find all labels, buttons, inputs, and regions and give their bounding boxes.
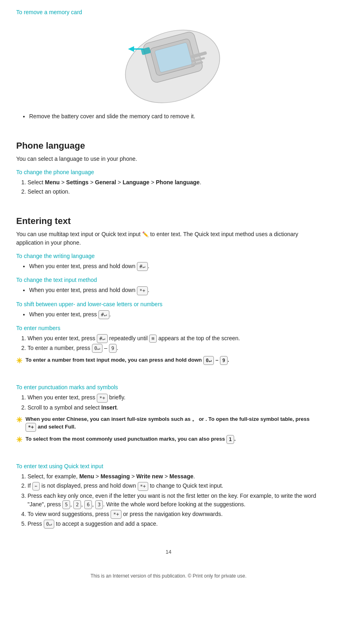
- quick-step-2: If ✏ is not displayed, press and hold do…: [28, 482, 321, 490]
- hash-key-shift: #↵: [98, 310, 109, 319]
- quick-steps: Select, for example, Menu > Messaging > …: [28, 472, 321, 529]
- remove-bullet-list: Remove the battery cover and slide the m…: [29, 112, 321, 121]
- text-input-bullets: When you enter text, press and hold down…: [29, 286, 321, 295]
- entering-text-title: Entering text: [16, 214, 321, 228]
- num0-key-accept: 0↵: [44, 520, 54, 529]
- tip-chinese-box: ✳ When you enter Chinese, you can insert…: [16, 415, 321, 432]
- quick-step-5: Press 0↵ to accept a suggestion and add …: [28, 520, 321, 529]
- enter-numbers-link: To enter numbers: [16, 324, 321, 333]
- quick-step-3: Press each key only once, even if the le…: [28, 492, 321, 509]
- entering-text-intro: You can use multitap text input or Quick…: [16, 230, 321, 247]
- page-footer: This is an Internet version of this publ…: [16, 572, 321, 580]
- entering-text-intro-1: You can use multitap text input or Quick…: [16, 231, 141, 237]
- tip-icon-numbers: ✳: [16, 356, 22, 367]
- phone-language-step-1: Select Menu > Settings > General > Langu…: [28, 178, 321, 187]
- punct-step-2: Scroll to a symbol and select Insert.: [28, 403, 321, 412]
- star-key-punct: *+: [97, 394, 107, 403]
- phone-language-title: Phone language: [16, 139, 321, 152]
- tip-icon-punct: ✳: [16, 435, 22, 446]
- shift-bullets: When you enter text, press #↵.: [29, 310, 321, 319]
- change-phone-language-link: To change the phone language: [16, 168, 321, 177]
- tip-punct-text: To select from the most commonly used pu…: [26, 435, 236, 444]
- star-key-input: *+: [137, 286, 147, 295]
- hash-key-numbers: #↵: [97, 334, 107, 343]
- screen-indicator: ⊞: [149, 335, 157, 343]
- remove-bullet-item: Remove the battery cover and slide the m…: [29, 112, 321, 121]
- memory-card-image: [16, 24, 321, 105]
- star-key-quick: *+: [138, 482, 148, 491]
- tip-numbers-box: ✳ To enter a number from text input mode…: [16, 356, 321, 367]
- edit-key-quick: ✏: [32, 482, 40, 490]
- phone-language-intro: You can select a language to use in your…: [16, 155, 321, 163]
- tip-num9-key: 9: [220, 356, 228, 365]
- num1-key-punct: 1: [226, 435, 234, 444]
- tip-icon-chinese: ✳: [16, 415, 22, 426]
- text-input-bullet: When you enter text, press and hold down…: [29, 286, 321, 295]
- edit-icon-inline: ✏️: [142, 231, 149, 237]
- num6-key-jane: 6: [84, 500, 92, 509]
- shift-bullet: When you enter text, press #↵.: [29, 310, 321, 319]
- writing-language-bullets: When you enter text, press and hold down…: [29, 262, 321, 271]
- star-key-suggest: *+: [111, 510, 121, 519]
- phone-language-step-2: Select an option.: [28, 188, 321, 196]
- svg-marker-5: [128, 46, 134, 52]
- numbers-steps: When you enter text, press #↵ repeatedly…: [28, 334, 321, 353]
- hash-key-writing: #↵: [137, 262, 147, 271]
- enter-quick-link: To enter text using Quick text input: [16, 462, 321, 471]
- change-writing-language-link: To change the writing language: [16, 252, 321, 260]
- quick-step-4: To view word suggestions, press *+ or pr…: [28, 510, 321, 519]
- quick-step-1: Select, for example, Menu > Messaging > …: [28, 472, 321, 481]
- tip-chinese-text: When you enter Chinese, you can insert f…: [26, 415, 321, 432]
- change-text-input-link: To change the text input method: [16, 276, 321, 284]
- numbers-step-2: To enter a number, press 0↵ – 9.: [28, 344, 321, 353]
- tip-punct-box: ✳ To select from the most commonly used …: [16, 435, 321, 446]
- num3-key-jane: 3: [95, 500, 103, 509]
- numbers-step-1: When you enter text, press #↵ repeatedly…: [28, 334, 321, 343]
- shift-link: To shift between upper- and lower-case l…: [16, 300, 321, 309]
- punct-steps: When you enter text, press *+ briefly. S…: [28, 393, 321, 412]
- top-header: To remove a memory card: [16, 8, 321, 17]
- tip-numbers-text: To enter a number from text input mode, …: [26, 356, 229, 365]
- phone-language-steps: Select Menu > Settings > General > Langu…: [28, 178, 321, 196]
- num2-key-jane: 2: [73, 500, 81, 509]
- star-key-chinese: *+: [26, 423, 36, 432]
- num5-key-jane: 5: [62, 500, 70, 509]
- num0-key: 0↵: [92, 344, 102, 353]
- phone-svg: [110, 24, 227, 105]
- page-number: 14: [16, 548, 321, 556]
- num9-key: 9: [109, 344, 117, 353]
- writing-language-bullet: When you enter text, press and hold down…: [29, 262, 321, 271]
- tip-num0-key: 0↵: [203, 356, 214, 365]
- enter-punct-link: To enter punctuation marks and symbols: [16, 383, 321, 392]
- punct-step-1: When you enter text, press *+ briefly.: [28, 393, 321, 402]
